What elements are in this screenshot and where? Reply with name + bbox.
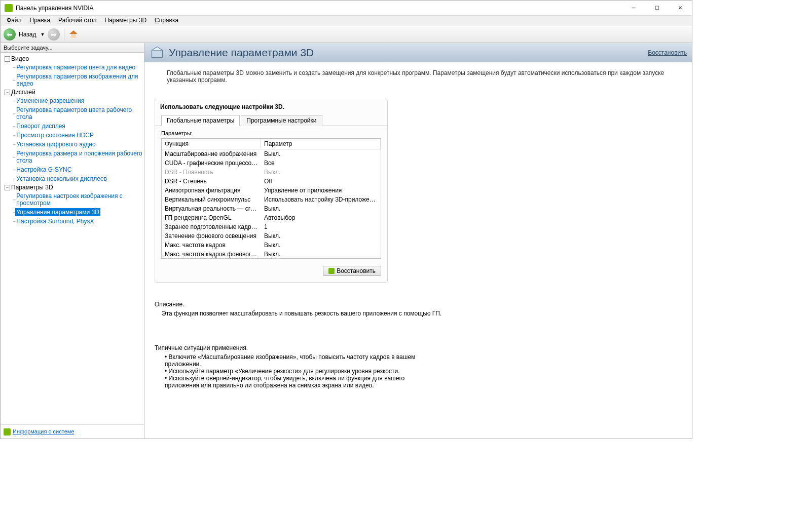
sidebar: Выберите задачу... − Видео ···Регулировк… bbox=[1, 43, 144, 439]
tree-item[interactable]: ···Регулировка размера и положения рабоч… bbox=[1, 149, 144, 165]
tree-category-params3d[interactable]: − Параметры 3D bbox=[1, 183, 144, 191]
grid-row[interactable]: Виртуальная реальность — сглаживан...Вык… bbox=[162, 204, 381, 213]
grid-cell-function: DSR - Плавность bbox=[162, 168, 261, 176]
grid-cell-value: Выкл. bbox=[261, 250, 381, 258]
grid-cell-value: Все bbox=[261, 159, 381, 167]
panel-title: Использовать следующие настройки 3D. bbox=[155, 99, 387, 114]
tree-item-label: Управление параметрами 3D bbox=[15, 208, 100, 216]
main-body: Выберите задачу... − Видео ···Регулировк… bbox=[1, 43, 692, 439]
params-grid[interactable]: Функция Параметр Масштабирование изображ… bbox=[161, 138, 381, 259]
collapse-icon[interactable]: − bbox=[5, 90, 10, 95]
grid-cell-function: Вертикальный синхроимпульс bbox=[162, 195, 261, 204]
back-icon: ⬅ bbox=[4, 28, 16, 41]
grid-cell-function: ГП рендеринга OpenGL bbox=[162, 214, 261, 222]
params-area: Параметры: Функция Параметр Масштабирова… bbox=[155, 126, 387, 263]
grid-row[interactable]: Затенение фонового освещенияВыкл. bbox=[162, 231, 381, 241]
tree-item[interactable]: ···Регулировка параметров цвета для виде… bbox=[1, 63, 144, 72]
maximize-button[interactable]: ☐ bbox=[645, 1, 669, 16]
menu-edit[interactable]: Правка bbox=[26, 16, 55, 26]
usage-title: Типичные ситуации применения. bbox=[155, 344, 682, 351]
grid-cell-function: Затенение фонового освещения bbox=[162, 232, 261, 240]
usage-list: Включите «Масштабирование изображения», … bbox=[155, 353, 428, 389]
menu-file[interactable]: Файл bbox=[3, 16, 26, 26]
tree-item-label: Настройка Surround, PhysX bbox=[15, 217, 95, 225]
menu-params3d[interactable]: Параметры 3D bbox=[100, 16, 151, 26]
grid-cell-value: Выкл. bbox=[261, 168, 381, 176]
col-function[interactable]: Функция bbox=[162, 139, 261, 149]
sidebar-footer: Информация о системе bbox=[1, 424, 144, 439]
tree-item[interactable]: ···Изменение разрешения bbox=[1, 96, 144, 105]
close-button[interactable]: ✕ bbox=[669, 1, 692, 16]
grid-cell-function: Масштабирование изображения bbox=[162, 150, 261, 158]
grid-cell-value: Off bbox=[261, 177, 381, 185]
usage-item: Включите «Масштабирование изображения», … bbox=[165, 353, 428, 368]
menu-desktop[interactable]: Рабочий стол bbox=[54, 16, 100, 26]
grid-cell-function: Макс. частота кадров bbox=[162, 241, 261, 249]
nvidia-icon bbox=[5, 4, 13, 12]
grid-header: Функция Параметр bbox=[162, 139, 381, 149]
tree-item[interactable]: ···Регулировка параметров изображения дл… bbox=[1, 72, 144, 88]
grid-cell-value: Выкл. bbox=[261, 232, 381, 240]
col-parameter[interactable]: Параметр bbox=[261, 139, 381, 149]
page-banner: Управление параметрами 3D Восстановить bbox=[144, 43, 692, 62]
tree-item-label: Настройка G-SYNC bbox=[15, 166, 72, 174]
forward-button[interactable]: ➡ bbox=[48, 28, 60, 41]
titlebar: Панель управления NVIDIA ─ ☐ ✕ bbox=[1, 1, 692, 16]
tree-category-display[interactable]: − Дисплей bbox=[1, 88, 144, 96]
tree-item[interactable]: ···Управление параметрами 3D bbox=[1, 208, 144, 217]
tree-item-label: Регулировка параметров цвета рабочего ст… bbox=[15, 106, 144, 121]
grid-cell-value: Управление от приложения bbox=[261, 186, 381, 194]
home-button[interactable] bbox=[68, 29, 79, 39]
tab-strip: Глобальные параметры Программные настрой… bbox=[155, 114, 387, 126]
grid-cell-function: Заранее подготовленные кадры вирту... bbox=[162, 223, 261, 231]
description-text: Эта функция позволяет масштабировать и п… bbox=[155, 310, 682, 317]
back-dropdown-icon[interactable]: ▼ bbox=[39, 32, 46, 37]
info-icon bbox=[4, 428, 11, 435]
tree-item-label: Изменение разрешения bbox=[15, 97, 85, 105]
grid-cell-function: CUDA - графические процессоры bbox=[162, 159, 261, 167]
grid-row[interactable]: Макс. частота кадров фонового прило...Вы… bbox=[162, 250, 381, 259]
restore-defaults-link[interactable]: Восстановить bbox=[648, 49, 687, 56]
grid-row[interactable]: Заранее подготовленные кадры вирту...1 bbox=[162, 222, 381, 231]
back-button-group[interactable]: ⬅ Назад ▼ bbox=[4, 28, 46, 41]
restore-button-label: Восстановить bbox=[337, 267, 376, 274]
restore-button[interactable]: Восстановить bbox=[323, 266, 381, 276]
system-info-link[interactable]: Информация о системе bbox=[13, 428, 74, 434]
tree-item[interactable]: ···Установка цифрового аудио bbox=[1, 140, 144, 149]
svg-rect-0 bbox=[152, 50, 163, 57]
tree-item[interactable]: ···Просмотр состояния HDCP bbox=[1, 131, 144, 140]
menubar: Файл Правка Рабочий стол Параметры 3D Сп… bbox=[1, 16, 692, 26]
tree-item-label: Регулировка настроек изображения с просм… bbox=[15, 192, 144, 207]
sidebar-header: Выберите задачу... bbox=[1, 43, 144, 53]
grid-row[interactable]: Макс. частота кадровВыкл. bbox=[162, 241, 381, 250]
tree-item-label: Регулировка параметров изображения для в… bbox=[15, 72, 144, 88]
grid-cell-value: Выкл. bbox=[261, 150, 381, 158]
tab-program[interactable]: Программные настройки bbox=[241, 115, 322, 126]
grid-cell-function: Макс. частота кадров фонового прило... bbox=[162, 250, 261, 258]
tree-item-label: Регулировка размера и положения рабочего… bbox=[15, 149, 144, 165]
banner-3d-icon bbox=[150, 45, 165, 60]
tree-item-label: Установка цифрового аудио bbox=[15, 140, 96, 148]
grid-row[interactable]: ГП рендеринга OpenGLАвтовыбор bbox=[162, 213, 381, 222]
grid-row[interactable]: DSR - ПлавностьВыкл. bbox=[162, 168, 381, 177]
tree-item[interactable]: ···Поворот дисплея bbox=[1, 122, 144, 131]
tree-category-video[interactable]: − Видео bbox=[1, 55, 144, 63]
collapse-icon[interactable]: − bbox=[5, 185, 10, 190]
grid-row[interactable]: CUDA - графические процессорыВсе bbox=[162, 159, 381, 168]
menu-help[interactable]: Справка bbox=[151, 16, 182, 26]
tree-item[interactable]: ···Установка нескольких дисплеев bbox=[1, 174, 144, 183]
grid-row[interactable]: Вертикальный синхроимпульсИспользовать н… bbox=[162, 195, 381, 204]
grid-row[interactable]: Анизотропная фильтрацияУправление от при… bbox=[162, 186, 381, 195]
tree-item[interactable]: ···Настройка Surround, PhysX bbox=[1, 217, 144, 226]
collapse-icon[interactable]: − bbox=[5, 56, 10, 62]
grid-row[interactable]: Масштабирование изображенияВыкл. bbox=[162, 149, 381, 159]
tree-item[interactable]: ···Регулировка параметров цвета рабочего… bbox=[1, 105, 144, 122]
tab-global[interactable]: Глобальные параметры bbox=[161, 115, 240, 126]
tree-item[interactable]: ···Настройка G-SYNC bbox=[1, 165, 144, 174]
grid-row[interactable]: DSR - СтепеньOff bbox=[162, 177, 381, 186]
tree-item-label: Поворот дисплея bbox=[15, 122, 66, 130]
restore-row: Восстановить bbox=[155, 263, 387, 282]
minimize-button[interactable]: ─ bbox=[622, 1, 645, 16]
tree-item[interactable]: ···Регулировка настроек изображения с пр… bbox=[1, 191, 144, 208]
back-label: Назад bbox=[17, 31, 38, 38]
